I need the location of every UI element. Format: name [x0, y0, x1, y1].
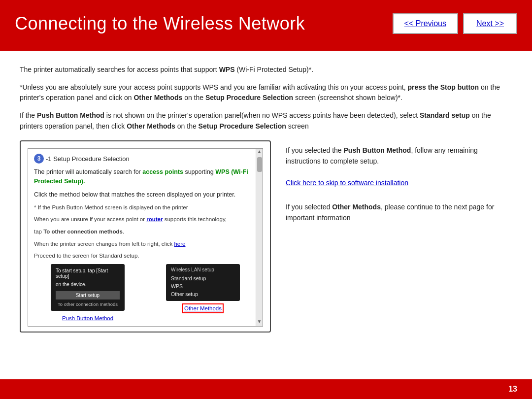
click-text: Click the method below that matches the … [34, 191, 235, 198]
screenshot-box: 3 -1 Setup Procedure Selection The print… [20, 140, 271, 332]
intro-text: The printer will automatically search fo… [34, 168, 142, 175]
para2-end: screen (screenshot shown below)*. [293, 94, 402, 101]
here-link[interactable]: here [174, 241, 185, 247]
para2-prefix: *Unless you are absolutely sure your acc… [20, 83, 408, 91]
step-badge: 3 -1 Setup Procedure Selection [34, 154, 130, 164]
para3-prefix: If the [20, 111, 37, 119]
para2-setup: Setup Procedure Selection [205, 94, 293, 101]
section2-bold: Other Methods [332, 203, 381, 211]
right-panel: If you selected the Push Button Method, … [286, 140, 512, 332]
main-area: 3 -1 Setup Procedure Selection The print… [20, 140, 512, 332]
nav-buttons: << Previous Next >> [393, 13, 517, 34]
right-printer-screen: Wireless LAN setup Standard setup WPS Ot… [149, 264, 257, 321]
para3-mid: is not shown on the printer's operation … [104, 111, 420, 119]
screenshot-note5: Proceed to the screen for Standard setup… [34, 252, 257, 260]
intro-mid: supporting [183, 168, 215, 175]
left-printer-screen: To start setup, tap [Start setup] on the… [34, 264, 141, 321]
para3-push: Push Button Method [37, 111, 104, 119]
intro-access-points: access points [142, 168, 183, 175]
note3-end: . [123, 229, 124, 234]
other-setup-item: Other setup [171, 290, 235, 298]
paragraph-2: *Unless you are absolutely sure your acc… [20, 82, 512, 103]
printer-screens: To start setup, tap [Start setup] on the… [34, 264, 257, 321]
scrollbar[interactable]: ▲ ▼ [256, 149, 263, 326]
para3-other: Other Methods [127, 122, 175, 130]
para1-rest: (Wi-Fi Protected Setup)*. [235, 66, 314, 73]
section2-prefix: If you selected [286, 203, 332, 211]
next-button[interactable]: Next >> [463, 13, 517, 34]
page-title: Connecting to the Wireless Network [15, 13, 305, 34]
section1-text: If you selected the Push Button Method, … [286, 145, 512, 166]
para2-other: Other Methods [133, 94, 182, 101]
scroll-down-arrow[interactable]: ▼ [257, 319, 262, 324]
para3-mid3: on the [175, 122, 199, 130]
start-setup-btn: Start setup [56, 291, 120, 299]
right-screen-title: Wireless LAN setup [171, 267, 235, 272]
screenshot-note3: tap To other connection methods. [34, 228, 257, 236]
para3-setup: Setup Procedure Selection [199, 122, 286, 130]
scrollbar-thumb[interactable] [257, 157, 262, 172]
footer: 13 [0, 379, 532, 399]
other-connection-btn: To other connection methods [56, 301, 120, 307]
note2-end: supports this technology, [163, 216, 227, 222]
router-link[interactable]: router [146, 216, 163, 222]
paragraph-1: The printer automatically searches for a… [20, 65, 512, 75]
push-button-method-link[interactable]: Push Button Method [62, 315, 113, 321]
para1-wps: WPS [219, 66, 235, 73]
section2-text: If you selected Other Methods, please co… [286, 202, 512, 223]
screenshot-note4: When the printer screen changes from lef… [34, 240, 257, 248]
screenshot-intro: The printer will automatically search fo… [34, 167, 257, 186]
page-number: 13 [508, 385, 517, 394]
para3-end: screen [286, 122, 309, 130]
note3-bold: To other connection methods [43, 229, 123, 234]
screenshot-note2: When you are unsure if your access point… [34, 215, 257, 224]
right-section-1: If you selected the Push Button Method, … [286, 145, 512, 188]
section1-prefix: If you selected the [286, 146, 344, 154]
wps-item: WPS [171, 282, 235, 290]
note4-prefix: When the printer screen changes from lef… [34, 241, 174, 247]
right-screen-display: Wireless LAN setup Standard setup WPS Ot… [166, 264, 240, 301]
paragraph-3: If the Push Button Method is not shown o… [20, 110, 512, 132]
screenshot-click: Click the method below that matches the … [34, 190, 257, 200]
standard-setup-item: Standard setup [171, 274, 235, 282]
right-section-2: If you selected Other Methods, please co… [286, 202, 512, 223]
para3-standard: Standard setup [420, 111, 470, 119]
para1-text: The printer automatically searches for a… [20, 66, 219, 73]
other-methods-link[interactable]: Other Methods [184, 305, 222, 311]
scroll-up-arrow[interactable]: ▲ [257, 149, 262, 154]
other-methods-link-wrapper: Other Methods [182, 303, 224, 313]
step-label: -1 Setup Procedure Selection [46, 155, 130, 163]
main-content: The printer automatically searches for a… [0, 51, 532, 379]
note2-text: When you are unsure if your access point… [34, 216, 146, 222]
skip-link[interactable]: Click here to skip to software installat… [286, 179, 408, 187]
left-screen-line1: To start setup, tap [Start setup] [56, 268, 120, 279]
para2-stop: press the Stop button [408, 83, 479, 91]
header: Connecting to the Wireless Network << Pr… [0, 0, 532, 47]
left-screen-display: To start setup, tap [Start setup] on the… [51, 264, 125, 311]
step-number: 3 [34, 154, 44, 164]
note3-text: tap [34, 229, 43, 234]
screenshot-inner: 3 -1 Setup Procedure Selection The print… [28, 148, 263, 327]
screenshot-note1: * If the Push Button Method screen is di… [34, 203, 257, 212]
header-divider [0, 47, 532, 51]
section1-bold: Push Button Method [344, 146, 411, 154]
left-screen-line2: on the device. [56, 282, 120, 287]
previous-button[interactable]: << Previous [393, 13, 458, 34]
other-methods-box: Other Methods [182, 303, 224, 313]
para2-mid2: on the [182, 94, 205, 101]
